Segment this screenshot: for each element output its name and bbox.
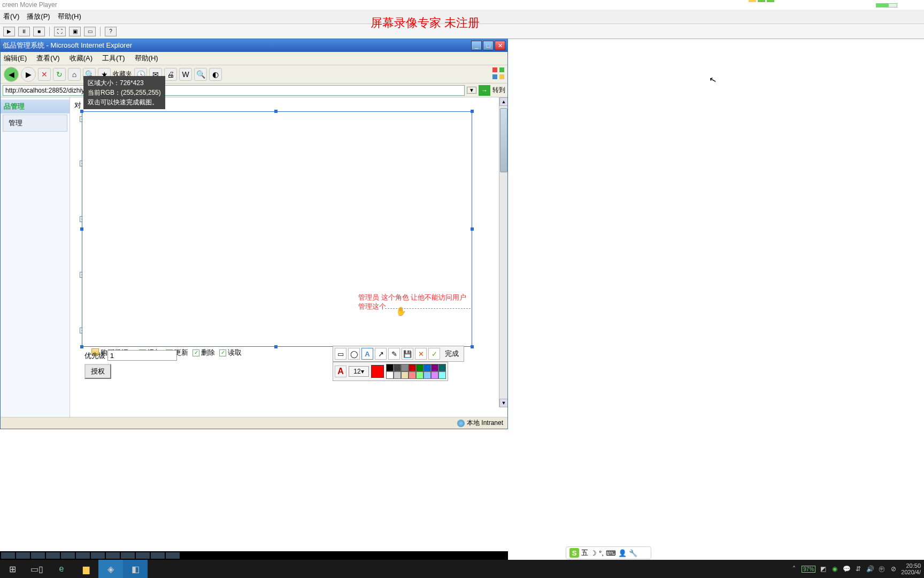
grant-button[interactable]: 授权 [84,364,111,379]
app-icon-1[interactable]: ◈ [98,560,123,578]
tray-chat-icon[interactable]: 💬 [842,565,851,573]
priority-row: 优先级 授权 [84,350,177,379]
ie-menu-edit[interactable]: 编辑(E) [4,54,27,63]
wifi-icon[interactable]: ⇵ [854,565,863,573]
capture-handle[interactable] [274,345,278,348]
color-swatch[interactable] [416,364,424,371]
close-button[interactable]: ✕ [495,41,505,50]
color-swatch[interactable] [394,364,401,371]
back-icon[interactable]: ◀ [4,67,19,82]
ellipse-tool-icon[interactable]: ◯ [348,348,360,360]
fit-icon[interactable]: ⛶ [54,27,66,36]
play-icon[interactable]: ▶ [3,27,15,36]
clock[interactable]: 20:502020/4/ [901,562,921,575]
outer-menu-play[interactable]: 播放(P) [27,12,50,21]
ie-menu-fav[interactable]: 收藏(A) [70,54,93,63]
color-swatch[interactable] [431,371,438,379]
current-color-swatch[interactable] [371,365,384,378]
capture-selection-frame[interactable] [82,111,472,347]
discuss-icon[interactable]: ◐ [209,68,222,81]
color-swatch[interactable] [401,371,409,379]
color-swatch[interactable] [424,364,431,371]
ime-widget[interactable]: S 五 ☽ °, ⌨ 👤 🔧 [566,546,651,559]
battery-icon[interactable]: 97% [802,566,815,573]
minimize-button[interactable]: _ [471,41,482,50]
capture-handle[interactable] [471,110,474,113]
tray-app-icon[interactable]: ◩ [819,565,827,573]
window-icon[interactable]: ▭ [84,27,96,36]
priority-label: 优先级 [84,352,105,360]
capture-handle[interactable] [471,227,474,231]
address-dropdown-icon[interactable]: ▼ [467,87,476,94]
perm-label: 读取 [228,347,242,359]
color-swatch[interactable] [424,371,431,379]
tooltip-size: 区域大小：726*423 [88,78,161,88]
pause-icon[interactable]: ⏸ [18,27,30,36]
go-label[interactable]: 转到 [492,86,505,95]
capture-handle[interactable] [274,110,278,113]
capture-handle[interactable] [471,345,474,348]
capture-handle[interactable] [80,110,83,113]
priority-input[interactable] [107,350,177,361]
color-swatch[interactable] [401,364,409,371]
vertical-scrollbar[interactable]: ▲ ▼ [499,97,507,407]
stop-nav-icon[interactable]: ✕ [38,68,51,81]
perm-checkbox[interactable] [219,349,226,356]
maximize-button[interactable]: □ [483,41,494,50]
color-swatch[interactable] [394,371,401,379]
refresh-icon[interactable]: ↻ [53,68,66,81]
tray-chevron-icon[interactable]: ˄ [790,565,798,573]
go-button-icon[interactable]: → [479,85,490,96]
home-icon[interactable]: ⌂ [68,68,81,81]
stop-icon[interactable]: ■ [33,27,45,36]
app-icon-2[interactable]: ◧ [123,560,148,578]
arrow-tool-icon[interactable]: ↗ [375,348,387,360]
scroll-thumb[interactable] [500,108,507,172]
rect-tool-icon[interactable]: ▭ [335,348,346,360]
print-icon[interactable]: 🖨 [164,68,177,81]
font-size-select[interactable]: 12 ▾ [349,366,369,377]
edge-icon[interactable]: e [49,560,74,578]
color-swatch[interactable] [438,364,446,371]
scroll-down-icon[interactable]: ▼ [499,399,507,407]
edit-icon[interactable]: W [179,68,192,81]
forward-icon[interactable]: ▶ [21,67,36,82]
taskview-icon[interactable]: ▭▯ [25,560,49,578]
help-icon[interactable]: ? [105,27,117,36]
lang-icon[interactable]: ㊥ [877,565,886,573]
volume-icon[interactable]: 🔊 [866,565,874,573]
font-indicator-icon[interactable]: A [335,366,346,377]
ie-menu-view[interactable]: 查看(V) [36,54,59,63]
outer-menu-view[interactable]: 看(V) [3,12,19,21]
color-swatch[interactable] [386,364,394,371]
color-swatch[interactable] [416,371,424,379]
zoom-icon[interactable]: 🔍 [194,68,207,81]
sidebar: 品管理 管理 [1,97,70,417]
capture-handle[interactable] [80,345,83,348]
block-icon[interactable]: ⊘ [889,565,898,573]
color-swatch[interactable] [386,371,394,379]
text-tool-icon[interactable]: A [361,348,373,360]
save-tool-icon[interactable]: 💾 [402,348,413,360]
address-input[interactable] [3,85,465,96]
annotation-text[interactable]: 管理员 这个角色 让他不能访问用户管理这个 [358,293,471,311]
ie-menu-tools[interactable]: 工具(T) [102,54,125,63]
outer-menu-help[interactable]: 帮助(H) [58,12,81,21]
wechat-icon[interactable]: ◉ [830,565,839,573]
color-swatch[interactable] [438,371,446,379]
color-swatch[interactable] [409,364,416,371]
done-button[interactable]: 完成 [442,349,462,359]
explorer-icon[interactable]: ▆ [74,560,98,578]
scroll-up-icon[interactable]: ▲ [499,97,507,106]
perm-checkbox[interactable] [192,349,199,356]
color-swatch[interactable] [409,371,416,379]
cancel-tool-icon[interactable]: ✕ [415,348,427,360]
confirm-tool-icon[interactable]: ✓ [428,348,440,360]
color-swatch[interactable] [431,364,438,371]
capture-handle[interactable] [80,227,83,231]
actual-icon[interactable]: ▣ [69,27,81,36]
ie-menu-help[interactable]: 帮助(H) [135,54,158,63]
start-button[interactable]: ⊞ [0,560,25,578]
pen-tool-icon[interactable]: ✎ [388,348,400,360]
sidebar-item-manage[interactable]: 管理 [3,115,67,132]
